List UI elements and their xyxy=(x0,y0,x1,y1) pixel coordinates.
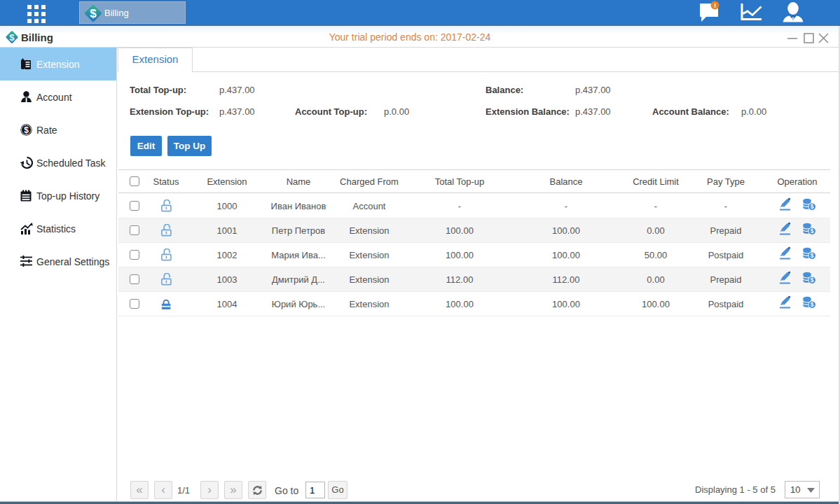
svg-text:$: $ xyxy=(811,276,814,284)
svg-text:$: $ xyxy=(811,301,814,308)
svg-text:$: $ xyxy=(811,227,814,234)
svg-text:$: $ xyxy=(811,203,814,210)
svg-text:$: $ xyxy=(811,252,814,259)
svg-text:$: $ xyxy=(24,125,29,135)
svg-text:$: $ xyxy=(90,7,97,20)
svg-text:!: ! xyxy=(714,1,716,9)
